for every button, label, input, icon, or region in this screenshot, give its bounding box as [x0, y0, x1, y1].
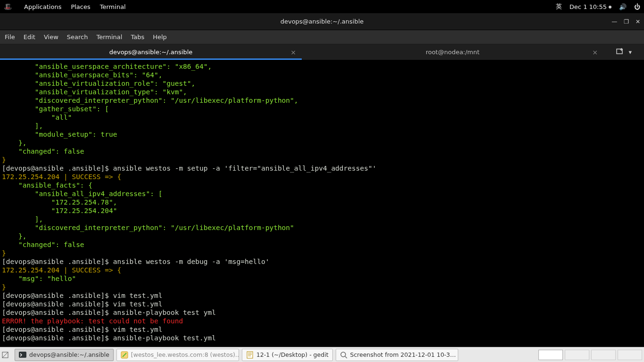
tab-close-icon[interactable]: ×	[592, 49, 598, 56]
tab-ansible[interactable]: devops@ansible:~/.ansible ×	[0, 44, 302, 60]
menu-file[interactable]: File	[5, 33, 15, 41]
svg-point-7	[341, 352, 346, 357]
tab-bar: devops@ansible:~/.ansible × root@nodea:/…	[0, 44, 644, 60]
terminal-output[interactable]: "ansible_userspace_architecture": "x86_6…	[0, 60, 644, 347]
menu-terminal[interactable]: Terminal	[96, 33, 122, 41]
tab-label: devops@ansible:~/.ansible	[109, 49, 193, 56]
task-label: Screenshot from 2021-12-01 10-3…	[350, 351, 456, 358]
tray-cell-2[interactable]	[591, 350, 616, 360]
taskbar: devops@ansible:~/.ansible [westos_lee.we…	[0, 347, 644, 362]
task-label: 12-1 (~/Desktop) - gedit	[256, 351, 329, 358]
menu-search[interactable]: Search	[67, 33, 88, 41]
tab-menu-chevron-icon[interactable]: ▾	[628, 49, 632, 56]
volume-icon[interactable]: 🔊	[619, 3, 627, 10]
task-label: [westos_lee.westos.com:8 (westos)…	[131, 351, 239, 358]
task-terminal[interactable]: devops@ansible:~/.ansible	[15, 349, 114, 361]
terminal-icon	[19, 351, 26, 359]
gnome-topbar: 🎩 Applications Places Terminal 英 Dec 1 1…	[0, 0, 644, 13]
applications-menu[interactable]: Applications	[24, 3, 61, 10]
input-method-indicator[interactable]: 英	[556, 2, 562, 11]
gedit-icon	[246, 351, 254, 359]
menu-view[interactable]: View	[44, 33, 58, 41]
tray-input[interactable]	[538, 350, 563, 360]
image-icon	[340, 351, 347, 359]
task-label: devops@ansible:~/.ansible	[29, 351, 109, 358]
menu-help[interactable]: Help	[153, 33, 167, 41]
clock[interactable]: Dec 1 10:55	[570, 3, 611, 10]
task-gvim[interactable]: [westos_lee.westos.com:8 (westos)…	[116, 349, 239, 361]
tab-nodea[interactable]: root@nodea:/mnt ×	[302, 44, 603, 60]
menubar: File Edit View Search Terminal Tabs Help	[0, 30, 644, 44]
terminal-menu[interactable]: Terminal	[100, 3, 126, 10]
tray-cell-1[interactable]	[565, 350, 589, 360]
places-menu[interactable]: Places	[71, 3, 90, 10]
editor-icon	[121, 351, 128, 359]
tab-label: root@nodea:/mnt	[426, 49, 479, 56]
svg-line-8	[345, 356, 347, 358]
new-tab-icon[interactable]	[616, 48, 624, 57]
svg-rect-6	[247, 352, 253, 358]
menu-tabs[interactable]: Tabs	[131, 33, 144, 41]
task-image-viewer[interactable]: Screenshot from 2021-12-01 10-3…	[336, 349, 458, 361]
tray-cell-3[interactable]	[618, 350, 642, 360]
window-titlebar[interactable]: devops@ansible:~/.ansible — ❐ ✕	[0, 13, 644, 30]
distro-hat-icon: 🎩	[4, 3, 12, 10]
maximize-button[interactable]: ❐	[624, 18, 629, 25]
menu-edit[interactable]: Edit	[24, 33, 35, 41]
power-icon[interactable]: ⏻	[634, 3, 640, 10]
task-gedit[interactable]: 12-1 (~/Desktop) - gedit	[242, 349, 333, 361]
tab-close-icon[interactable]: ×	[290, 49, 296, 56]
show-desktop-button[interactable]	[0, 350, 10, 360]
window-title: devops@ansible:~/.ansible	[281, 18, 364, 25]
close-button[interactable]: ✕	[636, 18, 640, 25]
terminal-window: devops@ansible:~/.ansible — ❐ ✕ File Edi…	[0, 13, 644, 347]
minimize-button[interactable]: —	[611, 18, 617, 25]
svg-rect-4	[19, 352, 26, 358]
